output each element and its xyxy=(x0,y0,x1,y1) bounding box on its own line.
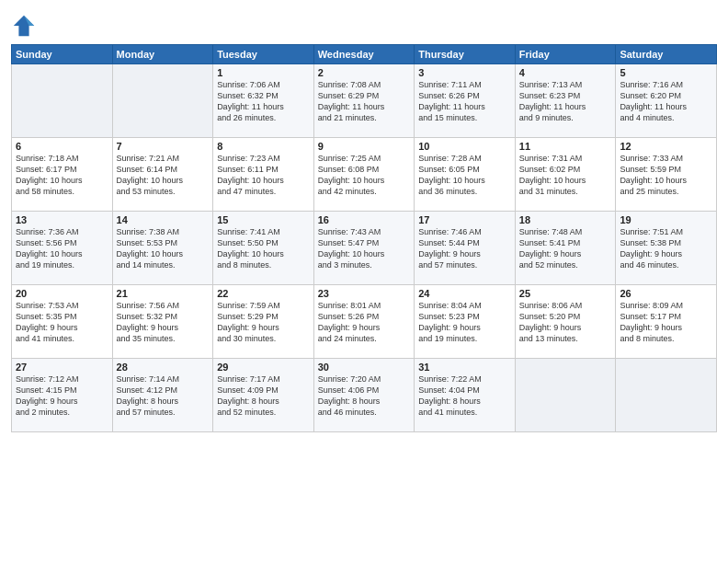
cell-detail: Sunrise: 7:59 AMSunset: 5:29 PMDaylight:… xyxy=(217,300,310,345)
day-number: 22 xyxy=(217,288,310,299)
cell-detail: Sunrise: 7:28 AMSunset: 6:05 PMDaylight:… xyxy=(418,153,511,198)
cell-detail: Sunrise: 7:11 AMSunset: 6:26 PMDaylight:… xyxy=(418,79,511,124)
header-thursday: Thursday xyxy=(415,45,516,64)
day-number: 3 xyxy=(418,67,511,78)
calendar-cell: 30Sunrise: 7:20 AMSunset: 4:06 PMDayligh… xyxy=(313,359,415,432)
day-number: 15 xyxy=(217,214,310,225)
header-wednesday: Wednesday xyxy=(313,45,415,64)
calendar-cell: 3Sunrise: 7:11 AMSunset: 6:26 PMDaylight… xyxy=(415,64,516,138)
calendar-cell: 18Sunrise: 7:48 AMSunset: 5:41 PMDayligh… xyxy=(515,212,616,285)
calendar-cell: 21Sunrise: 7:56 AMSunset: 5:32 PMDayligh… xyxy=(112,285,213,359)
calendar-cell: 17Sunrise: 7:46 AMSunset: 5:44 PMDayligh… xyxy=(415,212,516,285)
cell-detail: Sunrise: 8:09 AMSunset: 5:17 PMDaylight:… xyxy=(620,300,712,345)
header-row-tr: SundayMondayTuesdayWednesdayThursdayFrid… xyxy=(12,45,717,64)
cell-detail: Sunrise: 7:23 AMSunset: 6:11 PMDaylight:… xyxy=(217,153,310,198)
week-row-0: 1Sunrise: 7:06 AMSunset: 6:32 PMDaylight… xyxy=(12,64,717,138)
calendar-cell: 26Sunrise: 8:09 AMSunset: 5:17 PMDayligh… xyxy=(616,285,717,359)
cell-detail: Sunrise: 7:20 AMSunset: 4:06 PMDaylight:… xyxy=(318,373,411,419)
day-number: 14 xyxy=(117,214,210,225)
cell-detail: Sunrise: 7:48 AMSunset: 5:41 PMDaylight:… xyxy=(519,226,612,271)
calendar-cell: 10Sunrise: 7:28 AMSunset: 6:05 PMDayligh… xyxy=(415,138,516,212)
header-row xyxy=(11,9,717,39)
cell-detail: Sunrise: 7:21 AMSunset: 6:14 PMDaylight:… xyxy=(117,153,210,198)
week-row-4: 27Sunrise: 7:12 AMSunset: 4:15 PMDayligh… xyxy=(12,359,717,432)
cell-detail: Sunrise: 7:43 AMSunset: 5:47 PMDaylight:… xyxy=(318,226,411,271)
calendar-cell: 22Sunrise: 7:59 AMSunset: 5:29 PMDayligh… xyxy=(213,285,314,359)
header-monday: Monday xyxy=(112,45,213,64)
calendar-cell: 5Sunrise: 7:16 AMSunset: 6:20 PMDaylight… xyxy=(616,64,717,138)
day-number: 7 xyxy=(117,141,210,152)
header-sunday: Sunday xyxy=(12,45,113,64)
cell-detail: Sunrise: 7:56 AMSunset: 5:32 PMDaylight:… xyxy=(117,300,210,345)
day-number: 24 xyxy=(418,288,511,299)
calendar-cell: 27Sunrise: 7:12 AMSunset: 4:15 PMDayligh… xyxy=(12,359,113,432)
cell-detail: Sunrise: 8:01 AMSunset: 5:26 PMDaylight:… xyxy=(318,300,411,345)
cell-detail: Sunrise: 7:22 AMSunset: 4:04 PMDaylight:… xyxy=(418,373,511,419)
calendar-cell: 15Sunrise: 7:41 AMSunset: 5:50 PMDayligh… xyxy=(213,212,314,285)
header-tuesday: Tuesday xyxy=(213,45,314,64)
day-number: 17 xyxy=(418,214,511,225)
page-container: SundayMondayTuesdayWednesdayThursdayFrid… xyxy=(0,0,728,438)
day-number: 13 xyxy=(16,214,108,225)
day-number: 5 xyxy=(620,67,712,78)
day-number: 25 xyxy=(519,288,612,299)
calendar-header: SundayMondayTuesdayWednesdayThursdayFrid… xyxy=(12,45,717,64)
calendar-cell: 9Sunrise: 7:25 AMSunset: 6:08 PMDaylight… xyxy=(313,138,415,212)
calendar-cell: 6Sunrise: 7:18 AMSunset: 6:17 PMDaylight… xyxy=(12,138,113,212)
logo-icon xyxy=(11,13,37,39)
cell-detail: Sunrise: 7:31 AMSunset: 6:02 PMDaylight:… xyxy=(519,153,612,198)
logo xyxy=(11,13,40,39)
calendar-body: 1Sunrise: 7:06 AMSunset: 6:32 PMDaylight… xyxy=(12,64,717,432)
day-number: 19 xyxy=(620,214,712,225)
cell-detail: Sunrise: 7:46 AMSunset: 5:44 PMDaylight:… xyxy=(418,226,511,271)
calendar-cell: 4Sunrise: 7:13 AMSunset: 6:23 PMDaylight… xyxy=(515,64,616,138)
calendar-cell: 16Sunrise: 7:43 AMSunset: 5:47 PMDayligh… xyxy=(313,212,415,285)
header-saturday: Saturday xyxy=(616,45,717,64)
day-number: 27 xyxy=(16,362,108,373)
day-number: 28 xyxy=(117,362,210,373)
day-number: 21 xyxy=(117,288,210,299)
calendar-cell: 11Sunrise: 7:31 AMSunset: 6:02 PMDayligh… xyxy=(515,138,616,212)
calendar-cell xyxy=(12,64,113,138)
cell-detail: Sunrise: 8:04 AMSunset: 5:23 PMDaylight:… xyxy=(418,300,511,345)
calendar-cell: 20Sunrise: 7:53 AMSunset: 5:35 PMDayligh… xyxy=(12,285,113,359)
day-number: 6 xyxy=(16,141,108,152)
week-row-1: 6Sunrise: 7:18 AMSunset: 6:17 PMDaylight… xyxy=(12,138,717,212)
cell-detail: Sunrise: 7:12 AMSunset: 4:15 PMDaylight:… xyxy=(16,373,108,419)
day-number: 12 xyxy=(620,141,712,152)
cell-detail: Sunrise: 7:41 AMSunset: 5:50 PMDaylight:… xyxy=(217,226,310,271)
calendar-cell: 28Sunrise: 7:14 AMSunset: 4:12 PMDayligh… xyxy=(112,359,213,432)
day-number: 23 xyxy=(318,288,411,299)
calendar-table: SundayMondayTuesdayWednesdayThursdayFrid… xyxy=(11,44,717,432)
day-number: 31 xyxy=(418,362,511,373)
calendar-cell: 14Sunrise: 7:38 AMSunset: 5:53 PMDayligh… xyxy=(112,212,213,285)
cell-detail: Sunrise: 7:08 AMSunset: 6:29 PMDaylight:… xyxy=(318,79,411,124)
cell-detail: Sunrise: 7:33 AMSunset: 5:59 PMDaylight:… xyxy=(620,153,712,198)
cell-detail: Sunrise: 7:38 AMSunset: 5:53 PMDaylight:… xyxy=(117,226,210,271)
calendar-cell: 7Sunrise: 7:21 AMSunset: 6:14 PMDaylight… xyxy=(112,138,213,212)
cell-detail: Sunrise: 7:06 AMSunset: 6:32 PMDaylight:… xyxy=(217,79,310,124)
day-number: 10 xyxy=(418,141,511,152)
day-number: 18 xyxy=(519,214,612,225)
day-number: 4 xyxy=(519,67,612,78)
cell-detail: Sunrise: 7:18 AMSunset: 6:17 PMDaylight:… xyxy=(16,153,108,198)
week-row-2: 13Sunrise: 7:36 AMSunset: 5:56 PMDayligh… xyxy=(12,212,717,285)
calendar-cell xyxy=(515,359,616,432)
calendar-cell: 13Sunrise: 7:36 AMSunset: 5:56 PMDayligh… xyxy=(12,212,113,285)
day-number: 1 xyxy=(217,67,310,78)
cell-detail: Sunrise: 7:13 AMSunset: 6:23 PMDaylight:… xyxy=(519,79,612,124)
header-friday: Friday xyxy=(515,45,616,64)
day-number: 8 xyxy=(217,141,310,152)
calendar-cell: 23Sunrise: 8:01 AMSunset: 5:26 PMDayligh… xyxy=(313,285,415,359)
calendar-cell xyxy=(112,64,213,138)
day-number: 26 xyxy=(620,288,712,299)
cell-detail: Sunrise: 7:51 AMSunset: 5:38 PMDaylight:… xyxy=(620,226,712,271)
calendar-cell: 12Sunrise: 7:33 AMSunset: 5:59 PMDayligh… xyxy=(616,138,717,212)
cell-detail: Sunrise: 7:36 AMSunset: 5:56 PMDaylight:… xyxy=(16,226,108,271)
cell-detail: Sunrise: 7:53 AMSunset: 5:35 PMDaylight:… xyxy=(16,300,108,345)
calendar-cell: 29Sunrise: 7:17 AMSunset: 4:09 PMDayligh… xyxy=(213,359,314,432)
day-number: 9 xyxy=(318,141,411,152)
day-number: 30 xyxy=(318,362,411,373)
calendar-cell xyxy=(616,359,717,432)
day-number: 20 xyxy=(16,288,108,299)
